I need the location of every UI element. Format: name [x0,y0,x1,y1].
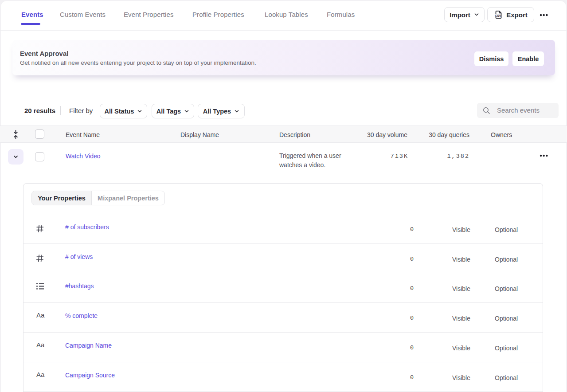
svg-text:CSV: CSV [495,14,501,17]
